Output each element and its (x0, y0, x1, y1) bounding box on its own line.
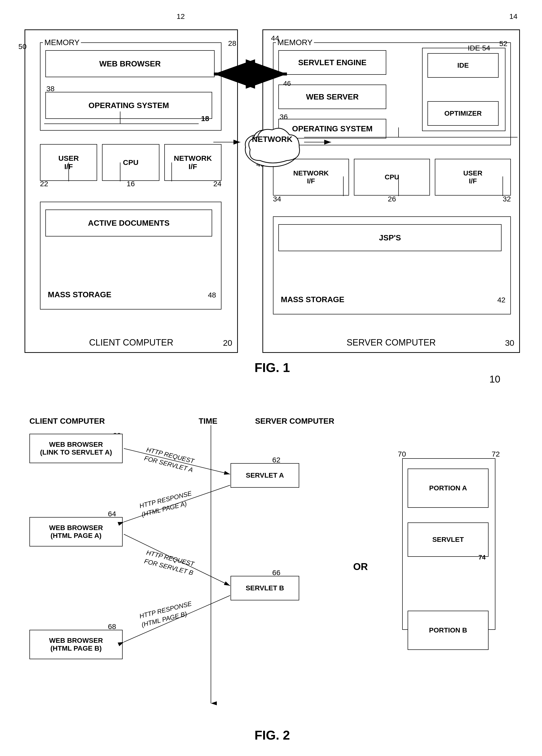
fig2-ref62: 62 (272, 456, 280, 464)
fig2-client-label: CLIENT COMPUTER (29, 417, 105, 426)
fig2-time-label: TIME (199, 417, 217, 426)
web-browser-html-a-box: WEB BROWSER (HTML PAGE A) (29, 517, 123, 546)
client-web-browser-box: WEB BROWSER (45, 50, 214, 77)
client-mass-label: MASS STORAGE (48, 290, 111, 299)
fig1-title: FIG. 1 (254, 360, 290, 375)
client-cpu-label: CPU (123, 158, 138, 167)
client-cpu-box: CPU (102, 144, 159, 181)
client-memory-outer: MEMORY 38 WEB BROWSER OPERATING SYSTEM 1… (40, 42, 221, 131)
http-request-b-label: HTTP REQUEST FOR SERVLET B (143, 548, 196, 577)
server-computer-box: SERVER COMPUTER 30 40 MEMORY 44 SERVLET … (262, 29, 520, 353)
fig2-title: FIG. 2 (254, 728, 290, 743)
web-browser-html-b-box: WEB BROWSER (HTML PAGE B) (29, 630, 123, 659)
http-response-a-label: HTTP RESPONSE (HTML PAGE A) (138, 489, 195, 519)
servlet-text-label: SERVLET (432, 536, 464, 544)
server-jsps-label: JSP'S (379, 233, 401, 242)
client-cpu-row: USER I/F CPU NETWORK I/F 22 16 24 (40, 143, 221, 182)
http-request-a-label: HTTP REQUEST FOR SERVLET A (143, 445, 196, 474)
web-server-label: WEB SERVER (306, 92, 359, 101)
servlet-b-box: SERVLET B (230, 576, 299, 600)
server-mass-label: MASS STORAGE (281, 295, 344, 304)
fig2-ref64: 64 (108, 510, 116, 518)
ref22: 22 (40, 180, 48, 188)
optimizer-box: OPTIMIZER (428, 101, 499, 126)
ref32: 32 (503, 195, 511, 203)
server-memory-outer: MEMORY 44 SERVLET ENGINE IDE 54 52 IDE O… (273, 42, 511, 145)
server-network-if-label: NETWORK I/F (293, 169, 329, 185)
ide-inner-box: IDE (428, 53, 499, 78)
network-label: NETWORK (252, 135, 292, 144)
fig2-ref74: 74 (479, 554, 486, 561)
client-network-if-box: NETWORK I/F (164, 144, 221, 181)
http-response-b-label: HTTP RESPONSE (HTML PAGE B) (138, 599, 195, 630)
client-num-20: 20 (223, 338, 232, 348)
ref14: 14 (509, 12, 517, 21)
server-user-if-box: USER I/F (435, 159, 511, 196)
ref34: 34 (273, 195, 281, 203)
client-user-if-label: USER I/F (58, 154, 79, 171)
client-mass-storage-outer: ACTIVE DOCUMENTS MASS STORAGE 48 (40, 202, 221, 310)
ref18: 18 (201, 114, 209, 123)
optimizer-label: OPTIMIZER (444, 110, 482, 117)
ref30: 30 (505, 338, 514, 348)
or-label: OR (353, 561, 368, 572)
ref12: 12 (176, 12, 185, 21)
ref42: 42 (497, 296, 505, 304)
portion-a-box: PORTION A (408, 469, 489, 508)
client-active-docs-label: ACTIVE DOCUMENTS (88, 219, 169, 228)
servlet-a-box: SERVLET A (230, 463, 299, 488)
portion-b-box: PORTION B (408, 611, 489, 650)
ref50: 50 (18, 42, 26, 51)
fig2-ref72: 72 (492, 450, 500, 458)
web-browser-html-a-label: WEB BROWSER (HTML PAGE A) (49, 524, 103, 540)
servlet-label-box: SERVLET 74 (408, 522, 489, 557)
ref16: 16 (126, 180, 135, 188)
server-os-label: OPERATING SYSTEM (292, 124, 373, 133)
fig2-server-label: SERVER COMPUTER (255, 417, 334, 426)
client-computer-box: CLIENT COMPUTER 20 50 MEMORY 38 WEB BROW… (25, 29, 238, 353)
client-os-label: OPERATING SYSTEM (88, 101, 169, 110)
right-side-box: 70 72 PORTION A SERVLET 74 PORTION B (402, 458, 495, 630)
web-browser-link-label: WEB BROWSER (LINK TO SERVLET A) (40, 441, 112, 456)
web-server-box: WEB SERVER (279, 85, 386, 109)
ref48: 48 (208, 291, 216, 299)
fig2-ref66: 66 (272, 569, 280, 577)
web-browser-html-b-label: WEB BROWSER (HTML PAGE B) (49, 637, 103, 652)
server-cpu-label: CPU (385, 173, 399, 181)
portion-a-label: PORTION A (429, 484, 467, 492)
web-browser-link-box: WEB BROWSER (LINK TO SERVLET A) (29, 434, 123, 463)
server-memory-label: MEMORY (276, 38, 314, 47)
ref24: 24 (213, 180, 221, 188)
ref10: 10 (490, 374, 501, 385)
server-user-if-label: USER I/F (463, 169, 482, 185)
fig1-diagram: 12 14 28 CLIENT COMPUTER 20 50 MEMORY 38… (15, 10, 530, 390)
client-user-if-box: USER I/F (40, 144, 97, 181)
ide-label: IDE 54 (468, 44, 490, 52)
fig2-ref68: 68 (108, 622, 116, 631)
ide-optimizer-box: IDE 54 52 IDE OPTIMIZER (422, 48, 505, 131)
client-network-if-label: NETWORK I/F (174, 154, 212, 171)
servlet-engine-label: SERVLET ENGINE (298, 58, 367, 67)
client-os-box: OPERATING SYSTEM 18 (45, 92, 212, 119)
servlet-a-label: SERVLET A (246, 471, 284, 479)
fig2-diagram: CLIENT COMPUTER SERVER COMPUTER 60 TIME … (15, 409, 530, 747)
fig2-ref70: 70 (398, 450, 406, 458)
server-cpu-box: CPU (354, 159, 430, 196)
server-computer-label: SERVER COMPUTER (347, 337, 436, 348)
ref44: 44 (271, 34, 279, 42)
ref52: 52 (499, 39, 507, 48)
network-cloud (240, 123, 304, 172)
client-web-browser-label: WEB BROWSER (99, 59, 161, 68)
client-memory-label: MEMORY (43, 38, 81, 47)
client-active-docs-box: ACTIVE DOCUMENTS (45, 210, 212, 236)
ide-text: IDE (457, 62, 469, 69)
ref46: 46 (283, 80, 291, 87)
ref26: 26 (388, 195, 396, 203)
client-computer-label: CLIENT COMPUTER (89, 337, 173, 348)
server-cpu-row: NETWORK I/F CPU USER I/F 34 26 32 (273, 158, 511, 197)
servlet-b-label: SERVLET B (246, 584, 284, 592)
ref38: 38 (46, 85, 54, 93)
server-jsps-box: JSP'S (279, 224, 502, 251)
ref36: 36 (280, 113, 288, 121)
servlet-engine-box: SERVLET ENGINE (279, 50, 386, 75)
